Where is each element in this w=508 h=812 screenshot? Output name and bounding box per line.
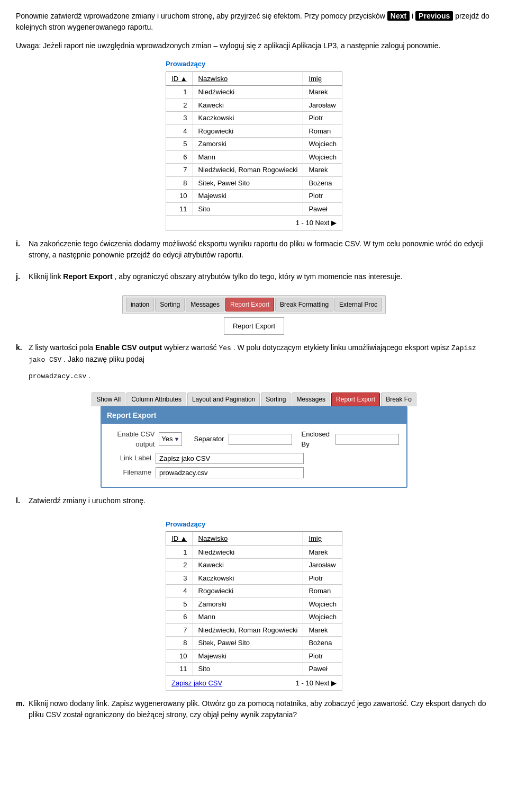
table2-container: Prowadzący ID ▲ Nazwisko Imię 1Niedźwiec…	[166, 519, 342, 691]
next-button-inline: Next	[387, 11, 410, 21]
tab2-item-sorting[interactable]: Sorting	[261, 392, 291, 406]
para-k-bold: Enable CSV output	[95, 343, 162, 352]
table-cell: Kaczkowski	[193, 112, 303, 125]
table-cell: Sitek, Paweł Sito	[193, 176, 303, 190]
table2-nav-row: Zapisz jako CSV 1 - 10 Next ▶	[166, 676, 342, 691]
table2-header-nazwisko[interactable]: Nazwisko	[193, 532, 303, 546]
table-row: 2KaweckiJarosław	[166, 99, 342, 112]
table-row: 3KaczkowskiPiotr	[166, 112, 342, 125]
csv-link[interactable]: Zapisz jako CSV	[171, 678, 222, 689]
tab2-item-layout-and-pagination[interactable]: Layout and Pagination	[187, 392, 260, 406]
enable-csv-select[interactable]: Yes ▼	[159, 432, 182, 446]
table-cell: Paweł	[303, 202, 342, 216]
select-arrow-icon: ▼	[174, 435, 180, 444]
table-cell: 1	[166, 546, 193, 559]
table1-header-id[interactable]: ID ▲	[166, 72, 193, 86]
table-cell: Wojciech	[303, 611, 342, 624]
table-row: 11SitoPaweł	[166, 202, 342, 216]
tab2-item-report-export[interactable]: Report Export	[331, 392, 380, 406]
table-row: 10MajewskiPiotr	[166, 649, 342, 663]
table-cell: Niedźwiecki	[193, 86, 303, 99]
enclosed-by-input[interactable]	[335, 434, 399, 445]
table-cell: Marek	[303, 164, 342, 177]
table-cell: Wojciech	[303, 138, 342, 151]
table2: Prowadzący ID ▲ Nazwisko Imię 1Niedźwiec…	[166, 519, 342, 676]
table1-header-nazwisko[interactable]: Nazwisko	[193, 72, 303, 86]
separator-label: Separator	[194, 434, 224, 444]
table-row: 7Niedźwiecki, Roman RogowieckiMarek	[166, 623, 342, 637]
table-cell: 4	[166, 124, 193, 138]
table2-header-id[interactable]: ID ▲	[166, 532, 193, 546]
table-cell: 1	[166, 86, 193, 99]
table-cell: Wojciech	[303, 597, 342, 611]
report-export-row3: Filename	[109, 467, 399, 478]
table-cell: Kawecki	[193, 99, 303, 112]
para-j-post: , aby ograniczyć obszary atrybutów tylko…	[115, 272, 403, 281]
letter-j: j.	[16, 271, 25, 288]
para-j-text: Kliknij link Report Export , aby ogranic…	[29, 271, 403, 282]
enable-csv-label: Enable CSV output	[109, 429, 155, 450]
table-cell: Roman	[303, 585, 342, 598]
separator-input[interactable]	[229, 434, 292, 445]
table-cell: Marek	[303, 623, 342, 637]
table1-header-imie[interactable]: Imię	[303, 72, 342, 86]
link-label-input[interactable]	[156, 453, 304, 464]
intro-paragraph: Ponownie zatwierdź wprowadzone zmiany i …	[16, 11, 492, 33]
filename-input[interactable]	[156, 467, 304, 478]
letter-k: k.	[16, 342, 25, 387]
tab2-item-column-attributes[interactable]: Column Attributes	[126, 392, 186, 406]
enclosed-by-label: Enclosed By	[302, 429, 331, 450]
tab2-item-break-fo[interactable]: Break Fo	[381, 392, 416, 406]
table-cell: Rogowiecki	[193, 124, 303, 138]
para-k-text: Z listy wartości pola Enable CSV output …	[29, 342, 492, 387]
table-cell: Marek	[303, 86, 342, 99]
section-l: l. Zatwierdź zmiany i uruchom stronę.	[16, 495, 492, 512]
para-m-text: Kliknij nowo dodany link. Zapisz wygener…	[29, 698, 492, 720]
table-cell: Kawecki	[193, 559, 303, 572]
tab-item-ination[interactable]: ination	[126, 298, 154, 311]
table-row: 5ZamorskiWojciech	[166, 138, 342, 151]
tab-item-break-formatting[interactable]: Break Formatting	[275, 298, 333, 311]
table-cell: Paweł	[303, 663, 342, 676]
tab-item-sorting[interactable]: Sorting	[155, 298, 185, 311]
table-row: 4RogowieckiRoman	[166, 124, 342, 138]
table-cell: Sitek, Paweł Sito	[193, 637, 303, 650]
tab-bar1-container: inationSortingMessagesReport ExportBreak…	[16, 295, 492, 335]
para-k-code3: prowadzacy.csv	[29, 372, 86, 380]
tab2-item-messages[interactable]: Messages	[292, 392, 330, 406]
report-export-popup: Report Export	[224, 317, 284, 335]
report-export-header: Report Export	[102, 407, 406, 424]
table-cell: Jarosław	[303, 99, 342, 112]
table-cell: Majewski	[193, 190, 303, 203]
para-k-mid: wybierz wartość	[164, 343, 219, 352]
para-k-post: . W polu dotyczącym etykiety linku umożl…	[233, 343, 450, 352]
table-row: 6MannWojciech	[166, 611, 342, 624]
table2-header-imie[interactable]: Imię	[303, 532, 342, 546]
table-cell: 3	[166, 112, 193, 125]
table-cell: Sito	[193, 663, 303, 676]
table-cell: Kaczkowski	[193, 572, 303, 585]
table-cell: Mann	[193, 150, 303, 164]
tab-item-external-proc[interactable]: External Proc	[334, 298, 382, 311]
table-row: 11SitoPaweł	[166, 663, 342, 676]
table-cell: Piotr	[303, 572, 342, 585]
table1-container: Prowadzący ID ▲ Nazwisko Imię 1Niedźwiec…	[166, 59, 342, 231]
tab-item-messages[interactable]: Messages	[186, 298, 224, 311]
para1-pre: Ponownie zatwierdź wprowadzone zmiany i …	[16, 12, 385, 20]
table2-nav: 1 - 10 Next ▶	[296, 678, 337, 689]
tab2-item-show-all[interactable]: Show All	[92, 392, 125, 406]
report-export-section: Report Export Enable CSV output Yes ▼ Se…	[101, 406, 407, 488]
para-j-link: Report Export	[63, 272, 112, 281]
table1-nav: 1 - 10 Next ▶	[166, 216, 342, 231]
table-cell: Piotr	[303, 190, 342, 203]
table-cell: Niedźwiecki, Roman Rogowiecki	[193, 623, 303, 637]
table-row: 1NiedźwieckiMarek	[166, 86, 342, 99]
tab-item-report-export[interactable]: Report Export	[225, 298, 274, 311]
section-i: i. Na zakończenie tego ćwiczenia dodamy …	[16, 238, 492, 266]
table-cell: Zamorski	[193, 597, 303, 611]
table1-header-row: ID ▲ Nazwisko Imię	[166, 72, 342, 86]
para-l-text: Zatwierdź zmiany i uruchom stronę.	[29, 495, 146, 506]
table-row: 6MannWojciech	[166, 150, 342, 164]
table-cell: Roman	[303, 124, 342, 138]
table-cell: Marek	[303, 546, 342, 559]
